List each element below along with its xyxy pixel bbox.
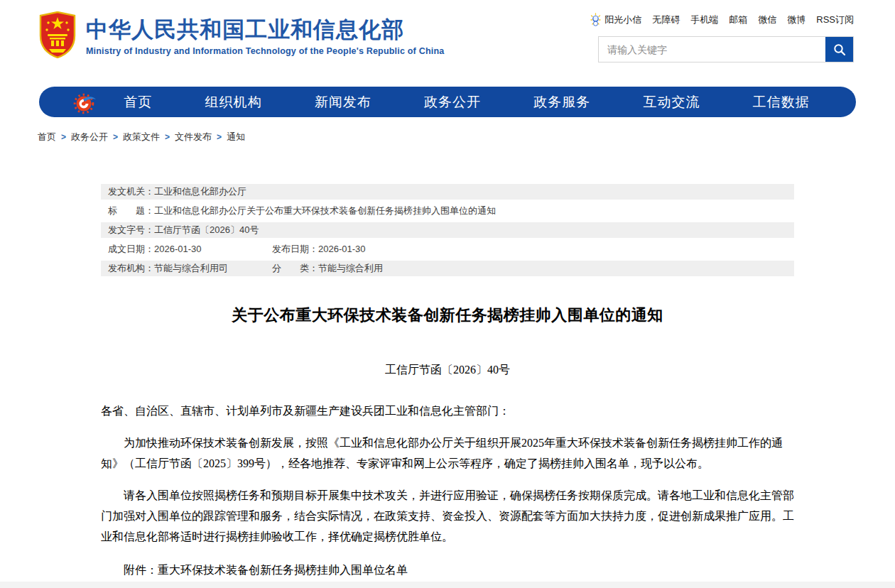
link-rss[interactable]: RSS订阅 <box>816 13 854 26</box>
article-paragraph-2: 请各入围单位按照揭榜任务和预期目标开展集中技术攻关，并进行应用验证，确保揭榜任务… <box>101 485 794 547</box>
top-utility-links: 阳光小信 无障碍 手机端 邮箱 微信 微博 RSS订阅 <box>598 13 854 27</box>
breadcrumb-separator: > <box>113 132 118 142</box>
breadcrumb-separator: > <box>61 132 66 142</box>
meta-value: 2026-01-30 <box>318 241 366 257</box>
meta-label: 标 题： <box>108 203 154 219</box>
link-accessibility[interactable]: 无障碍 <box>652 13 680 26</box>
breadcrumb-separator: > <box>165 132 170 142</box>
article-paragraph-1: 为加快推动环保技术装备创新发展，按照《工业和信息化部办公厅关于组织开展2025年… <box>101 432 794 474</box>
meta-label: 成文日期： <box>108 241 154 257</box>
document-meta-table: 发文机关：工业和信息化部办公厅 标 题：工业和信息化部办公厅关于公布重大环保技术… <box>101 184 794 276</box>
meta-value: 节能与综合利用 <box>318 261 383 276</box>
meta-row-dates: 成文日期：2026-01-30 发布日期：2026-01-30 <box>101 241 794 257</box>
nav-item-interaction[interactable]: 互动交流 <box>644 93 700 111</box>
sunshine-mascot-icon <box>590 13 602 27</box>
link-wechat[interactable]: 微信 <box>758 13 776 26</box>
footer-strip <box>0 582 895 588</box>
site-title: 中华人民共和国工业和信息化部 <box>86 17 444 43</box>
article-attachment-line: 附件：重大环保技术装备创新任务揭榜挂帅入围单位名单 <box>101 560 794 580</box>
national-emblem-icon <box>39 11 76 58</box>
search-input[interactable] <box>599 37 825 62</box>
meta-label: 发布机构： <box>108 261 154 276</box>
nav-item-gov-services[interactable]: 政务服务 <box>533 93 590 111</box>
miit-gear-logo-icon <box>73 90 97 114</box>
meta-row-publisher-category: 发布机构：节能与综合利用司 分 类：节能与综合利用 <box>101 261 794 276</box>
search-button[interactable] <box>825 37 853 62</box>
meta-value: 工信厅节函〔2026〕40号 <box>154 222 259 238</box>
meta-row-doc-number: 发文字号：工信厅节函〔2026〕40号 <box>101 222 794 238</box>
article-title: 关于公布重大环保技术装备创新任务揭榜挂帅入围单位的通知 <box>101 305 794 326</box>
breadcrumb-separator: > <box>217 132 222 142</box>
site-header: 中华人民共和国工业和信息化部 Ministry of Industry and … <box>0 0 895 77</box>
breadcrumb-document-release[interactable]: 文件发布 <box>175 131 212 143</box>
meta-label: 发文机关： <box>108 184 154 200</box>
nav-item-miit-data[interactable]: 工信数据 <box>753 93 810 111</box>
search-icon <box>833 43 846 56</box>
meta-label: 发布日期： <box>272 241 318 257</box>
nav-item-gov-disclosure[interactable]: 政务公开 <box>424 93 481 111</box>
meta-value: 节能与综合利用司 <box>154 261 228 276</box>
search-box <box>598 36 854 62</box>
site-subtitle: Ministry of Industry and Information Tec… <box>86 46 444 56</box>
breadcrumb-gov-disclosure[interactable]: 政务公开 <box>71 131 108 143</box>
nav-item-organization[interactable]: 组织机构 <box>205 93 261 111</box>
meta-label: 分 类： <box>272 261 318 276</box>
meta-row-issuing-agency: 发文机关：工业和信息化部办公厅 <box>101 184 794 200</box>
article-doc-number: 工信厅节函〔2026〕40号 <box>101 363 794 378</box>
article-salutation: 各省、自治区、直辖市、计划单列市及新疆生产建设兵团工业和信息化主管部门： <box>101 401 794 421</box>
link-sunshine-xiaoxin[interactable]: 阳光小信 <box>604 13 641 26</box>
breadcrumb-policy-documents[interactable]: 政策文件 <box>123 131 160 143</box>
main-nav: 首页 组织机构 新闻发布 政务公开 政务服务 互动交流 工信数据 <box>39 87 856 117</box>
meta-value: 2026-01-30 <box>154 241 202 257</box>
meta-value: 工业和信息化部办公厅 <box>154 184 246 200</box>
link-mailbox[interactable]: 邮箱 <box>729 13 747 26</box>
link-weibo[interactable]: 微博 <box>787 13 806 26</box>
meta-row-title: 标 题：工业和信息化部办公厅关于公布重大环保技术装备创新任务揭榜挂帅入围单位的通… <box>101 203 794 219</box>
nav-item-home[interactable]: 首页 <box>124 93 152 111</box>
breadcrumb-notice[interactable]: 通知 <box>227 131 245 143</box>
article-container: 发文机关：工业和信息化部办公厅 标 题：工业和信息化部办公厅关于公布重大环保技术… <box>101 184 794 580</box>
link-mobile[interactable]: 手机端 <box>690 13 718 26</box>
nav-item-news[interactable]: 新闻发布 <box>315 93 371 111</box>
breadcrumb-home[interactable]: 首页 <box>38 131 56 143</box>
site-logo-block[interactable]: 中华人民共和国工业和信息化部 Ministry of Industry and … <box>39 11 444 58</box>
meta-value: 工业和信息化部办公厅关于公布重大环保技术装备创新任务揭榜挂帅入围单位的通知 <box>154 203 496 219</box>
meta-label: 发文字号： <box>108 222 154 238</box>
breadcrumb: 首页 > 政务公开 > 政策文件 > 文件发布 > 通知 <box>38 131 895 143</box>
